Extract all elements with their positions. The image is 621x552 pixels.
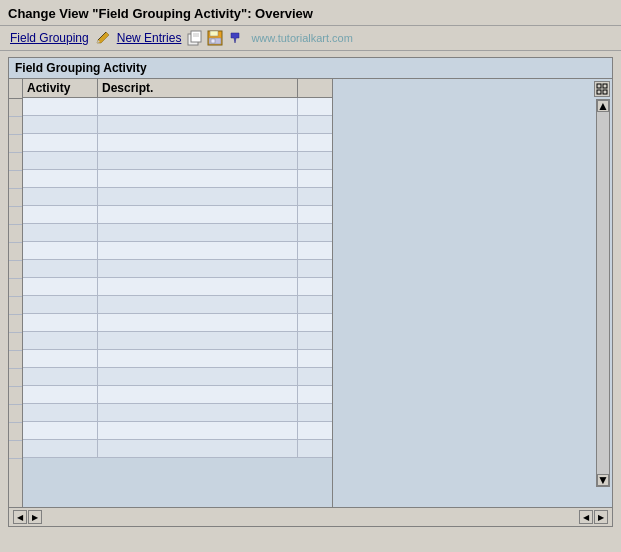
cell-activity[interactable]	[23, 188, 98, 205]
cell-descript[interactable]	[98, 422, 298, 439]
row-selector[interactable]	[9, 99, 22, 117]
row-selector[interactable]	[9, 225, 22, 243]
table-row	[23, 278, 332, 296]
row-selector[interactable]	[9, 279, 22, 297]
cell-descript[interactable]	[98, 278, 298, 295]
cell-activity[interactable]	[23, 368, 98, 385]
save-icon[interactable]	[207, 30, 223, 46]
new-entries-menu[interactable]: New Entries	[115, 30, 184, 46]
cell-descript[interactable]	[98, 224, 298, 241]
col-header-descript: Descript.	[98, 79, 298, 97]
row-selector[interactable]	[9, 153, 22, 171]
cell-activity[interactable]	[23, 170, 98, 187]
h-scroll-right2-btn[interactable]: ◀	[579, 510, 593, 524]
cell-descript[interactable]	[98, 440, 298, 457]
cell-activity[interactable]	[23, 206, 98, 223]
new-entries-label[interactable]: New Entries	[117, 31, 182, 45]
expand-icon[interactable]	[594, 81, 610, 97]
row-selector[interactable]	[9, 171, 22, 189]
row-selector[interactable]	[9, 189, 22, 207]
row-selector[interactable]	[9, 405, 22, 423]
row-selector[interactable]	[9, 207, 22, 225]
cell-activity[interactable]	[23, 386, 98, 403]
cell-descript[interactable]	[98, 296, 298, 313]
cell-activity[interactable]	[23, 152, 98, 169]
cell-descript[interactable]	[98, 206, 298, 223]
svg-rect-15	[603, 90, 607, 94]
svg-rect-8	[210, 31, 218, 36]
main-content: Field Grouping Activity Activity Descrip…	[0, 51, 621, 533]
svg-rect-13	[603, 84, 607, 88]
table-row	[23, 296, 332, 314]
row-selector[interactable]	[9, 315, 22, 333]
cell-activity[interactable]	[23, 260, 98, 277]
cell-activity[interactable]	[23, 278, 98, 295]
watermark: www.tutorialkart.com	[251, 32, 352, 44]
row-selector[interactable]	[9, 135, 22, 153]
cell-activity[interactable]	[23, 404, 98, 421]
cell-activity[interactable]	[23, 296, 98, 313]
field-grouping-menu[interactable]: Field Grouping	[8, 30, 91, 46]
cell-descript[interactable]	[98, 242, 298, 259]
cell-activity[interactable]	[23, 242, 98, 259]
row-selector[interactable]	[9, 261, 22, 279]
cell-descript[interactable]	[98, 350, 298, 367]
cell-activity[interactable]	[23, 314, 98, 331]
row-selector[interactable]	[9, 243, 22, 261]
row-selector[interactable]	[9, 387, 22, 405]
cell-activity[interactable]	[23, 332, 98, 349]
arrow-icon[interactable]	[227, 30, 243, 46]
pencil-icon[interactable]	[95, 30, 111, 46]
vertical-scrollbar[interactable]: ▲ ▼	[596, 99, 610, 487]
row-selector[interactable]	[9, 423, 22, 441]
svg-rect-4	[191, 31, 201, 42]
field-grouping-label[interactable]: Field Grouping	[10, 31, 89, 45]
table-row	[23, 98, 332, 116]
scroll-down-btn[interactable]: ▼	[597, 474, 609, 486]
row-selector[interactable]	[9, 117, 22, 135]
row-selector[interactable]	[9, 297, 22, 315]
cell-descript[interactable]	[98, 188, 298, 205]
h-scroll-right-btn[interactable]: ▶	[28, 510, 42, 524]
table-row	[23, 314, 332, 332]
table-row	[23, 170, 332, 188]
h-scroll-left-btn[interactable]: ◀	[13, 510, 27, 524]
table-row	[23, 134, 332, 152]
row-selector[interactable]	[9, 333, 22, 351]
cell-activity[interactable]	[23, 98, 98, 115]
cell-activity[interactable]	[23, 350, 98, 367]
scroll-up-btn[interactable]: ▲	[597, 100, 609, 112]
row-selector[interactable]	[9, 351, 22, 369]
h-scroll-right3-btn[interactable]: ▶	[594, 510, 608, 524]
toolbar: Field Grouping New Entries www.	[0, 26, 621, 51]
table-row	[23, 386, 332, 404]
cell-activity[interactable]	[23, 134, 98, 151]
copy-icon[interactable]	[187, 30, 203, 46]
col-header-activity: Activity	[23, 79, 98, 97]
cell-descript[interactable]	[98, 314, 298, 331]
title-bar: Change View "Field Grouping Activity": O…	[0, 0, 621, 26]
cell-descript[interactable]	[98, 116, 298, 133]
cell-descript[interactable]	[98, 332, 298, 349]
cell-descript[interactable]	[98, 404, 298, 421]
cell-descript[interactable]	[98, 134, 298, 151]
section-header: Field Grouping Activity	[9, 58, 612, 79]
cell-descript[interactable]	[98, 170, 298, 187]
cell-descript[interactable]	[98, 368, 298, 385]
section-panel: Field Grouping Activity Activity Descrip…	[8, 57, 613, 527]
svg-marker-11	[231, 33, 239, 43]
row-selector[interactable]	[9, 441, 22, 459]
table-rows	[23, 98, 332, 458]
cell-descript[interactable]	[98, 98, 298, 115]
table-container: Activity Descript.	[23, 79, 332, 507]
cell-activity[interactable]	[23, 116, 98, 133]
page-title: Change View "Field Grouping Activity": O…	[8, 6, 613, 21]
cell-descript[interactable]	[98, 260, 298, 277]
row-selector[interactable]	[9, 369, 22, 387]
cell-activity[interactable]	[23, 422, 98, 439]
cell-activity[interactable]	[23, 224, 98, 241]
cell-activity[interactable]	[23, 440, 98, 457]
cell-descript[interactable]	[98, 386, 298, 403]
cell-descript[interactable]	[98, 152, 298, 169]
table-row	[23, 224, 332, 242]
